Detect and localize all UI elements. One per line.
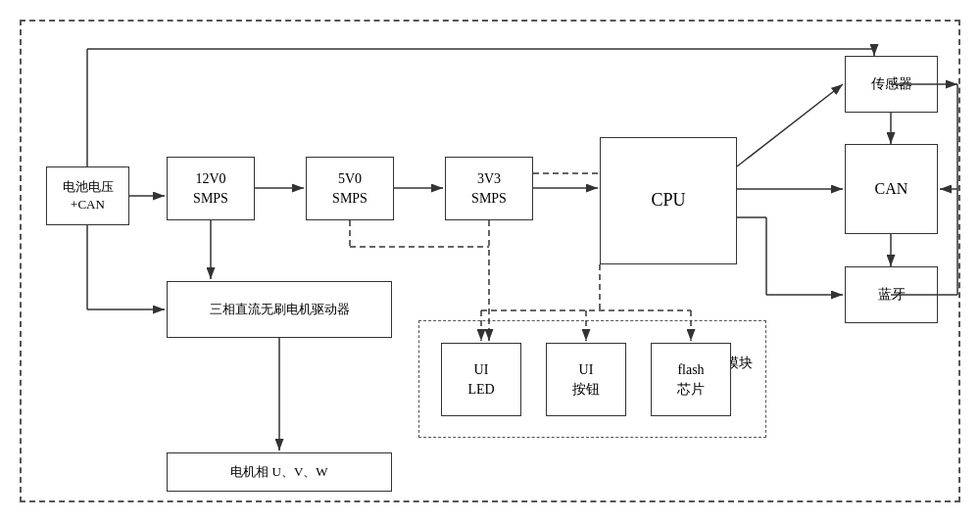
- ui-led-block: UILED: [441, 343, 521, 416]
- 3v3-block: 3V3SMPS: [445, 157, 533, 220]
- 5v0-label: 5V0SMPS: [332, 169, 368, 208]
- ui-led-label: UILED: [467, 360, 494, 399]
- ui-button-block: UI按钮: [546, 343, 626, 416]
- 12v0-block: 12V0SMPS: [167, 157, 255, 220]
- cpu-block: CPU: [600, 137, 737, 264]
- motor-phase-block: 电机相 U、V、W: [167, 452, 392, 492]
- bluetooth-block: 蓝牙: [845, 266, 938, 323]
- 3v3-label: 3V3SMPS: [471, 169, 507, 208]
- bluetooth-label: 蓝牙: [878, 285, 906, 305]
- motor-driver-block: 三相直流无刷电机驱动器: [167, 281, 392, 338]
- sensor-block: 传感器: [845, 56, 938, 113]
- 5v0-block: 5V0SMPS: [306, 157, 394, 220]
- battery-block: 电池电压+CAN: [46, 166, 129, 225]
- cpu-label: CPU: [651, 188, 685, 213]
- 12v0-label: 12V0SMPS: [193, 169, 228, 208]
- motor-phase-label: 电机相 U、V、W: [230, 463, 327, 481]
- svg-line-19: [737, 84, 843, 166]
- ui-button-label: UI按钮: [572, 360, 600, 399]
- flash-chip-label: flash芯片: [677, 360, 705, 399]
- can-block: CAN: [845, 144, 938, 234]
- battery-label: 电池电压+CAN: [63, 178, 114, 214]
- motor-driver-label: 三相直流无刷电机驱动器: [210, 301, 350, 318]
- sensor-label: 传感器: [871, 74, 912, 94]
- flash-chip-block: flash芯片: [651, 343, 731, 416]
- diagram-container: 电池电压+CAN 12V0SMPS 5V0SMPS 3V3SMPS CPU 三相…: [20, 20, 960, 502]
- can-label: CAN: [875, 178, 908, 200]
